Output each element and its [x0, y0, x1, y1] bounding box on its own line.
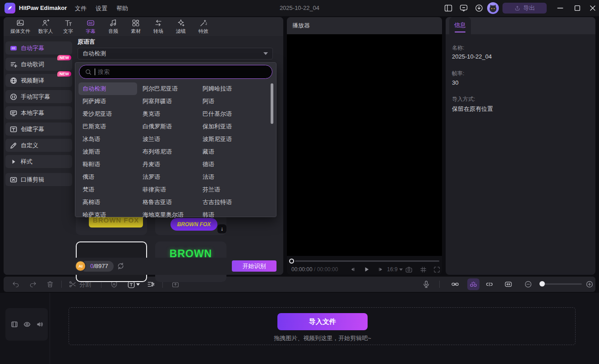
- layout-panels-icon[interactable]: [444, 4, 453, 13]
- language-option[interactable]: 梵语: [78, 183, 138, 196]
- tab-audio[interactable]: 音频: [102, 17, 124, 36]
- language-option[interactable]: 俄语: [78, 171, 138, 183]
- user-avatar[interactable]: [487, 2, 499, 14]
- export-button[interactable]: 导出: [502, 3, 547, 14]
- language-option[interactable]: 巴斯克语: [78, 120, 138, 133]
- refresh-credits-icon[interactable]: [116, 262, 125, 270]
- delete-button[interactable]: [46, 280, 54, 288]
- feedback-icon[interactable]: [459, 4, 468, 13]
- track-visibility-icon[interactable]: [23, 321, 31, 328]
- timecode: 00:00:00 / 00:00:00: [291, 264, 338, 275]
- language-option[interactable]: 巴什基尔语: [198, 108, 258, 120]
- language-option[interactable]: 白俄罗斯语: [138, 120, 198, 133]
- tab-filter[interactable]: 滤镜: [170, 17, 192, 36]
- search-input[interactable]: [98, 68, 267, 75]
- play-button[interactable]: [363, 264, 370, 275]
- language-option[interactable]: 芬兰语: [198, 183, 258, 196]
- language-option[interactable]: 波兰语: [138, 133, 198, 146]
- maximize-button[interactable]: [573, 4, 582, 13]
- previous-frame-button[interactable]: [350, 264, 356, 275]
- timeline-area[interactable]: 导入文件 拖拽图片、视频到这里，开始剪辑吧~: [0, 293, 599, 364]
- language-option[interactable]: 冰岛语: [78, 133, 138, 146]
- language-option[interactable]: 高棉语: [78, 196, 138, 209]
- snap-magnet-icon: [470, 281, 477, 288]
- language-option[interactable]: 菲律宾语: [138, 183, 198, 196]
- start-recognition-button[interactable]: 开始识别: [232, 260, 276, 272]
- unlink-clips-icon[interactable]: [485, 280, 493, 288]
- close-button[interactable]: [588, 4, 597, 13]
- link-clips-icon[interactable]: [451, 280, 459, 288]
- aspect-ratio-select[interactable]: 16:9: [387, 264, 403, 275]
- snapshot-button[interactable]: [405, 264, 413, 275]
- zoom-in-button[interactable]: [585, 280, 594, 288]
- timeline-zoom-slider[interactable]: [540, 283, 582, 285]
- timeline-zoom-handle[interactable]: [539, 281, 545, 287]
- dropdown-scrollbar[interactable]: [271, 83, 273, 124]
- language-option[interactable]: 阿姆哈拉语: [198, 82, 258, 95]
- minimize-button[interactable]: [556, 4, 565, 13]
- tab-digital-human[interactable]: 数字人: [34, 17, 57, 36]
- custom-pen-icon: [10, 142, 17, 149]
- language-option[interactable]: 古吉拉特语: [198, 196, 258, 209]
- fit-timeline-icon[interactable]: [504, 280, 512, 288]
- seek-track[interactable]: [295, 260, 439, 262]
- language-option[interactable]: 哈萨克语: [78, 209, 138, 221]
- tab-effects[interactable]: 特效: [192, 17, 215, 36]
- tab-text[interactable]: 文字: [57, 17, 79, 36]
- language-option[interactable]: 丹麦语: [138, 158, 198, 171]
- language-option[interactable]: 奥克语: [138, 108, 198, 120]
- template-download-button[interactable]: ↓: [217, 224, 226, 233]
- grid-overlay-button[interactable]: [419, 264, 427, 275]
- media-drop-zone[interactable]: 导入文件 拖拽图片、视频到这里，开始剪辑吧~: [69, 307, 576, 345]
- language-option[interactable]: 法罗语: [138, 171, 198, 183]
- tab-info[interactable]: 信息: [449, 17, 471, 34]
- language-option[interactable]: 布列塔尼语: [138, 146, 198, 158]
- tab-assets[interactable]: 素材: [124, 17, 147, 36]
- sidebar-item-auto-lyrics[interactable]: 自动歌词 NEW: [5, 58, 72, 71]
- language-option[interactable]: 保加利亚语: [198, 120, 258, 133]
- language-option[interactable]: 韩语: [198, 209, 258, 221]
- sidebar-item-auto-subtitle[interactable]: CC 自动字幕: [5, 41, 72, 55]
- language-option[interactable]: 阿塞拜疆语: [138, 95, 198, 108]
- video-viewport[interactable]: [287, 34, 442, 256]
- import-file-button[interactable]: 导入文件: [277, 313, 368, 330]
- sidebar-item-style[interactable]: 样式: [5, 155, 72, 168]
- language-option[interactable]: 阿尔巴尼亚语: [138, 82, 198, 95]
- language-option[interactable]: 阿萨姆语: [78, 95, 138, 108]
- seek-handle[interactable]: [289, 259, 294, 264]
- tab-transition[interactable]: 转场: [147, 17, 170, 36]
- language-option[interactable]: 阿语: [198, 95, 258, 108]
- sidebar-item-video-translate[interactable]: 视频翻译 NEW: [5, 74, 72, 87]
- sidebar-item-local-subtitle[interactable]: 本地字幕: [5, 106, 72, 119]
- language-search[interactable]: [79, 65, 272, 79]
- language-option[interactable]: 法语: [198, 171, 258, 183]
- next-frame-button[interactable]: [378, 264, 384, 275]
- download-icon[interactable]: [475, 4, 484, 13]
- language-option[interactable]: 德语: [198, 158, 258, 171]
- active-tab-underline: [455, 32, 465, 32]
- sidebar-item-voice-clip[interactable]: 口播剪辑: [5, 173, 72, 186]
- tab-media[interactable]: 媒体文件: [6, 17, 34, 36]
- redo-button[interactable]: [29, 280, 37, 288]
- language-option[interactable]: 波斯语: [78, 146, 138, 158]
- snap-toggle-active[interactable]: [467, 278, 479, 290]
- language-option[interactable]: 鞑靼语: [78, 158, 138, 171]
- language-select[interactable]: 自动检测: [78, 48, 273, 59]
- language-option[interactable]: 格鲁吉亚语: [138, 196, 198, 209]
- language-option[interactable]: 海地克里奥尔语: [138, 209, 198, 221]
- track-audio-icon[interactable]: [36, 321, 43, 328]
- fullscreen-button[interactable]: [433, 264, 441, 275]
- split-icon[interactable]: [69, 280, 77, 288]
- sidebar-item-create-subtitle[interactable]: 创建字幕: [5, 123, 72, 136]
- language-option[interactable]: 自动检测: [78, 82, 137, 95]
- undo-button[interactable]: [12, 280, 20, 288]
- sidebar-item-custom[interactable]: 自定义: [5, 139, 72, 152]
- language-option[interactable]: 波斯尼亚语: [198, 133, 258, 146]
- language-option[interactable]: 藏语: [198, 146, 258, 158]
- tab-subtitle[interactable]: CC 字幕: [79, 17, 102, 36]
- trim-subtitle-button[interactable]: [147, 280, 155, 288]
- language-option[interactable]: 爱沙尼亚语: [78, 108, 138, 120]
- microphone-icon[interactable]: [422, 280, 430, 288]
- sidebar-item-manual-subtitle[interactable]: 手动写字幕: [5, 90, 72, 103]
- zoom-out-button[interactable]: [524, 280, 532, 288]
